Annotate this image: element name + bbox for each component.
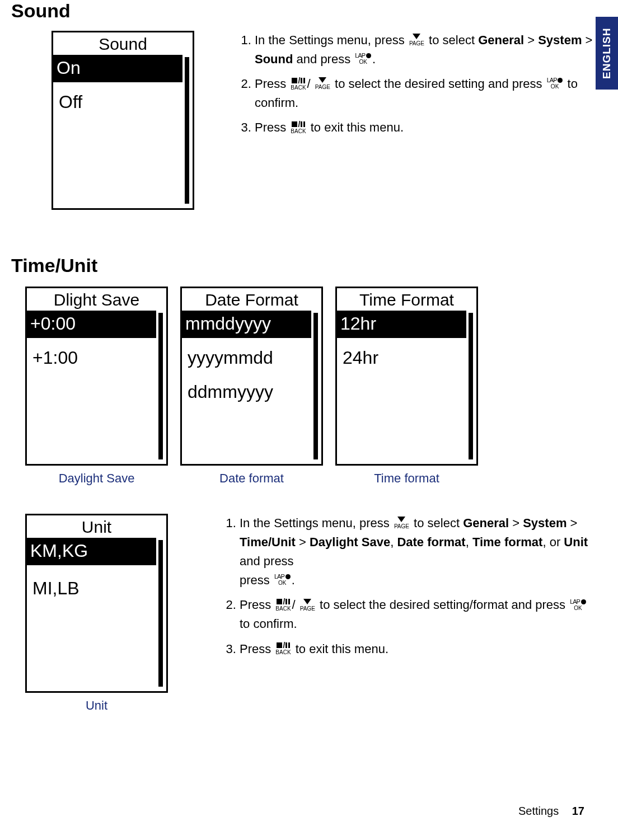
page-down-icon: PAGE: [409, 33, 424, 46]
datefmt-opt-1: mmddyyyy: [182, 311, 311, 338]
time-step-1: In the Settings menu, press PAGE to sele…: [240, 514, 596, 590]
sound-instructions: In the Settings menu, press PAGE to sele…: [239, 31, 596, 210]
lap-ok-icon: LAP OK: [274, 574, 291, 586]
datefmt-screen: Date Format mmddyyyy yyyymmdd ddmmyyyy: [180, 287, 323, 466]
sound-screen-title: Sound: [53, 32, 193, 55]
back-icon: / BACK: [275, 598, 291, 612]
timefmt-opt-2: 24hr: [337, 345, 466, 372]
datefmt-title: Date Format: [182, 288, 321, 311]
scrollbar: [185, 57, 189, 204]
unit-caption: Unit: [86, 698, 107, 713]
sound-option-off: Off: [53, 89, 182, 116]
dlight-screen: Dlight Save +0:00 +1:00: [25, 287, 168, 466]
timeunit-instructions: In the Settings menu, press PAGE to sele…: [224, 514, 596, 713]
scrollbar: [469, 313, 473, 459]
dlight-opt-2: +1:00: [27, 345, 156, 372]
back-icon: / BACK: [291, 77, 306, 91]
sound-screen: Sound On Off: [52, 31, 194, 210]
lap-ok-icon: LAP OK: [355, 53, 371, 65]
back-icon: / BACK: [291, 120, 306, 134]
lap-ok-icon: LAP OK: [570, 599, 586, 611]
unit-opt-1: KM,KG: [27, 538, 156, 565]
page-down-icon: PAGE: [394, 516, 409, 529]
sound-step-2: Press / BACK / PAGE to select the desire…: [255, 74, 596, 112]
footer-section: Settings: [518, 805, 559, 817]
sound-step-3: Press / BACK to exit this menu.: [255, 118, 596, 137]
sound-step-1: In the Settings menu, press PAGE to sele…: [255, 31, 596, 69]
unit-opt-2: MI,LB: [27, 575, 156, 603]
footer-page-number: 17: [572, 805, 584, 817]
lap-ok-icon: LAP OK: [547, 77, 563, 90]
datefmt-opt-3: ddmmyyyy: [182, 379, 311, 406]
dlight-opt-1: +0:00: [27, 311, 156, 338]
dlight-caption: Daylight Save: [59, 471, 135, 486]
datefmt-caption: Date format: [219, 471, 284, 486]
timefmt-caption: Time format: [374, 471, 439, 486]
heading-timeunit: Time/Unit: [11, 255, 596, 276]
unit-screen: Unit KM,KG MI,LB: [25, 514, 168, 693]
timefmt-screen: Time Format 12hr 24hr: [335, 287, 478, 466]
language-tab: ENGLISH: [596, 17, 618, 90]
bold: General: [478, 33, 524, 47]
heading-sound: Sound: [11, 0, 596, 22]
page-footer: Settings 17: [518, 805, 584, 818]
unit-title: Unit: [27, 515, 166, 538]
text: In the Settings menu, press: [255, 33, 408, 47]
time-step-2: Press / BACK / PAGE to select the desire…: [240, 595, 596, 633]
sound-option-on: On: [53, 55, 182, 82]
scrollbar: [158, 313, 163, 459]
scrollbar: [158, 540, 163, 687]
scrollbar: [313, 313, 318, 459]
time-step-3: Press / BACK to exit this menu.: [240, 640, 596, 659]
page-down-icon: PAGE: [315, 77, 330, 90]
datefmt-opt-2: yyyymmdd: [182, 345, 311, 372]
back-icon: / BACK: [275, 641, 291, 655]
text: to select: [429, 33, 478, 47]
page-down-icon: PAGE: [300, 598, 315, 612]
timefmt-opt-1: 12hr: [337, 311, 466, 338]
timefmt-title: Time Format: [337, 288, 476, 311]
dlight-title: Dlight Save: [27, 288, 166, 311]
